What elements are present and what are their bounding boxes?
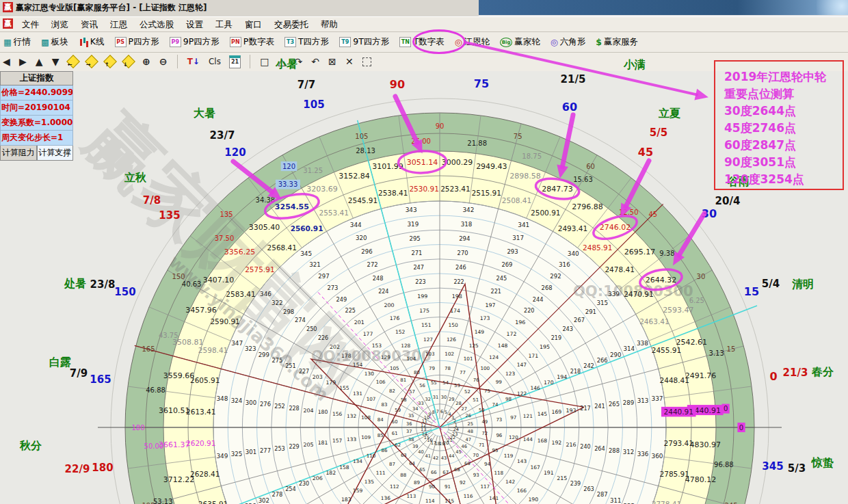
svg-text:120: 120 <box>509 434 518 440</box>
svg-text:3356.25: 3356.25 <box>224 248 256 256</box>
svg-text:5/3: 5/3 <box>788 462 806 475</box>
toolbar-separator <box>250 55 250 68</box>
svg-text:79: 79 <box>429 365 435 371</box>
menu-tools[interactable]: 工具 <box>209 17 239 31</box>
svg-text:1: 1 <box>455 423 458 428</box>
back-button[interactable]: ◀ <box>0 53 13 70</box>
svg-text:87: 87 <box>389 461 395 467</box>
svg-text:302: 302 <box>259 497 269 504</box>
svg-text:263: 263 <box>583 486 594 492</box>
svg-text:50.00: 50.00 <box>144 442 164 450</box>
svg-text:76: 76 <box>473 377 479 383</box>
menu-trade[interactable]: 交易委托 <box>268 17 315 31</box>
toolbar-quotes-button[interactable]: ▦行情 <box>0 32 34 51</box>
svg-text:90: 90 <box>390 78 405 91</box>
svg-text:50: 50 <box>479 408 485 413</box>
svg-text:2796.88: 2796.88 <box>572 202 603 211</box>
svg-text:88: 88 <box>400 472 406 478</box>
triangle-draw-button[interactable]: △ <box>276 53 289 70</box>
toolbar-9t-square-button[interactable]: T99T四方形 <box>336 32 393 51</box>
svg-text:2542.61: 2542.61 <box>676 338 708 347</box>
svg-text:28: 28 <box>455 401 461 406</box>
menu-formula-stockpick[interactable]: 公式选股 <box>133 17 180 31</box>
toolbar-9p-square-button[interactable]: P99P四方形 <box>166 32 223 51</box>
toolbar-p-square-button[interactable]: PSP四方形 <box>111 32 163 51</box>
svg-text:105: 105 <box>355 133 368 140</box>
svg-text:90: 90 <box>436 122 445 130</box>
svg-text:170: 170 <box>544 380 554 386</box>
svg-text:2644.32: 2644.32 <box>646 276 677 284</box>
svg-text:147: 147 <box>517 362 527 368</box>
svg-text:2478.41: 2478.41 <box>605 265 634 274</box>
rotate-cw-button[interactable]: ↷ <box>291 53 305 70</box>
svg-text:199: 199 <box>417 293 427 300</box>
svg-text:77: 77 <box>460 369 466 375</box>
svg-text:299: 299 <box>259 352 269 358</box>
calc-resistance-button[interactable]: 计算阻力 <box>0 146 37 161</box>
svg-text:204: 204 <box>304 408 314 414</box>
svg-text:2485.91: 2485.91 <box>583 243 612 252</box>
pan-right-button[interactable]: → <box>85 55 98 68</box>
menu-settings[interactable]: 设置 <box>180 17 209 31</box>
down-tool-button[interactable]: ▼ <box>49 53 62 70</box>
svg-text:5/4: 5/4 <box>762 278 780 290</box>
svg-text:225: 225 <box>345 308 356 314</box>
svg-text:65: 65 <box>419 467 425 473</box>
toolbar-p-table-button[interactable]: PNP数字表 <box>226 32 278 51</box>
select-box-button[interactable] <box>362 57 371 66</box>
cls-button[interactable]: Cls <box>206 53 224 70</box>
calc-support-button[interactable]: 计算支撑 <box>37 146 74 161</box>
svg-text:273: 273 <box>327 284 338 291</box>
svg-text:316: 316 <box>559 261 570 268</box>
toolbar-winner-wheel-button[interactable]: Big赢家轮 <box>496 32 544 51</box>
toolbar-kline-button[interactable]: K线 <box>75 32 108 51</box>
up-tool-button[interactable]: ▲ <box>33 53 46 70</box>
svg-text:30: 30 <box>441 395 447 400</box>
svg-text:100: 100 <box>480 365 490 371</box>
menu-help[interactable]: 帮助 <box>315 17 344 31</box>
svg-text:2635.91: 2635.91 <box>198 500 228 504</box>
winner-wheel-icon: Big <box>500 38 512 47</box>
svg-text:298: 298 <box>283 308 294 315</box>
rect-draw-button[interactable]: □ <box>257 53 271 70</box>
calendar-button[interactable]: 21 <box>229 55 241 68</box>
pan-up-button[interactable]: ↑ <box>103 55 117 68</box>
instrument-info-panel: 上证指数 价格=2440.9099 时间=20190104 变换系数=1.000… <box>0 71 73 161</box>
svg-text:336: 336 <box>637 451 649 457</box>
toolbar-t-square-button[interactable]: T3T四方形 <box>281 32 332 51</box>
forward-button[interactable]: ▶ <box>16 53 29 70</box>
rotate-ccw-button[interactable]: ↶ <box>308 53 322 70</box>
delete-box-button[interactable]: ⊠ <box>326 53 339 70</box>
svg-text:81: 81 <box>400 377 406 383</box>
svg-text:119: 119 <box>504 453 514 459</box>
svg-text:200: 200 <box>384 302 394 308</box>
pan-down-button[interactable]: ↓ <box>122 55 135 68</box>
svg-text:30: 30 <box>702 207 717 220</box>
svg-text:341: 341 <box>518 222 529 228</box>
toolbar-hexagon-button[interactable]: ◎六角形 <box>547 32 589 51</box>
fit-view-button[interactable]: ✕ <box>343 53 356 70</box>
toolbar-winner-service-button[interactable]: $赢家服务 <box>592 32 641 51</box>
pan-left-button[interactable]: ← <box>66 55 80 68</box>
svg-text:7/9: 7/9 <box>70 367 88 380</box>
svg-text:2538.41: 2538.41 <box>378 189 408 197</box>
menu-news[interactable]: 资讯 <box>75 17 104 31</box>
svg-text:57: 57 <box>409 389 415 395</box>
svg-text:126: 126 <box>447 336 456 343</box>
price-scale-button[interactable]: T↓ <box>185 53 202 70</box>
svg-text:130: 130 <box>365 371 374 377</box>
menu-window[interactable]: 窗口 <box>239 17 268 31</box>
menu-browse[interactable]: 浏览 <box>45 17 75 31</box>
zoom-in-button[interactable]: ⊕ <box>140 53 153 70</box>
svg-text:18.75: 18.75 <box>522 152 542 160</box>
svg-text:大暑: 大暑 <box>194 107 215 120</box>
svg-text:268: 268 <box>542 284 553 291</box>
toolbar-sectors-button[interactable]: ▩板块 <box>38 32 72 51</box>
svg-text:342: 342 <box>462 207 474 213</box>
svg-text:114: 114 <box>425 498 435 504</box>
menu-file[interactable]: 文件 <box>16 17 45 31</box>
zoom-out-button[interactable]: ⊖ <box>157 53 170 70</box>
menu-gann[interactable]: 江恩 <box>104 17 133 31</box>
note-line: 45度2746点 <box>724 120 843 137</box>
svg-text:271: 271 <box>411 250 422 256</box>
